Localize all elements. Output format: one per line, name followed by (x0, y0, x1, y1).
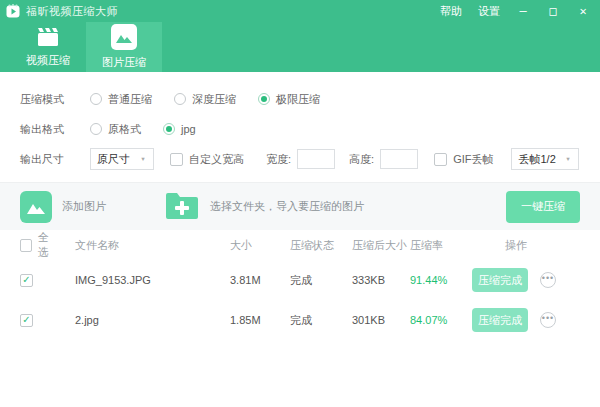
size-select-value: 原尺寸 (97, 152, 130, 167)
cell-status: 完成 (290, 273, 352, 288)
radio-normal-compress[interactable]: 普通压缩 (90, 92, 152, 107)
row-checkbox[interactable]: ✓ (20, 313, 75, 327)
cell-ratio: 91.44% (410, 274, 472, 286)
file-table: 全选 文件名称 大小 压缩状态 压缩后大小 压缩率 操作 ✓ IMG_9153.… (0, 230, 600, 340)
tab-bar: 视频压缩 图片压缩 (0, 22, 600, 72)
select-folder-label: 选择文件夹，导入要压缩的图片 (210, 199, 364, 214)
frame-drop-value: 丢帧1/2 (518, 152, 555, 167)
frame-drop-select[interactable]: 丢帧1/2 ▼ (511, 148, 578, 170)
titlebar: 福昕视频压缩大师 帮助 设置 — □ ✕ (0, 0, 600, 22)
radio-jpg-format[interactable]: jpg (163, 123, 196, 135)
image-icon (111, 24, 137, 50)
size-select[interactable]: 原尺寸 ▼ (90, 148, 154, 170)
add-images-label: 添加图片 (62, 199, 106, 214)
chevron-down-icon: ▼ (140, 156, 146, 162)
radio-extreme-label: 极限压缩 (276, 92, 320, 107)
close-button[interactable]: ✕ (576, 4, 590, 18)
output-format-row: 输出格式 原格式 jpg (20, 114, 600, 144)
custom-size-label: 自定义宽高 (189, 152, 244, 167)
col-size: 大小 (230, 238, 290, 253)
check-icon: ✓ (22, 275, 30, 285)
settings-link[interactable]: 设置 (478, 4, 500, 19)
settings-panel: 压缩模式 普通压缩 深度压缩 极限压缩 输出格式 原格式 (0, 72, 600, 182)
compress-all-button[interactable]: 一键压缩 (506, 191, 580, 223)
checkbox-icon (434, 153, 447, 166)
col-filename: 文件名称 (75, 238, 230, 253)
output-size-row: 输出尺寸 原尺寸 ▼ 自定义宽高 宽度: 高度: GIF丢帧 丢帧1/2 ▼ (20, 144, 600, 174)
checkbox-icon (20, 239, 32, 252)
custom-size-checkbox[interactable]: 自定义宽高 (170, 152, 244, 167)
cell-after-size: 333KB (352, 274, 410, 286)
col-ratio: 压缩率 (410, 238, 472, 253)
cell-status: 完成 (290, 313, 352, 328)
tab-video-label: 视频压缩 (26, 53, 70, 68)
output-size-label: 输出尺寸 (20, 152, 68, 167)
clapperboard-icon (35, 26, 61, 48)
folder-plus-icon (164, 191, 200, 223)
checkbox-checked-icon: ✓ (20, 314, 33, 327)
chevron-down-icon: ▼ (565, 156, 571, 162)
radio-jpg-label: jpg (181, 123, 196, 135)
window-title: 福昕视频压缩大师 (26, 4, 118, 19)
app-logo-icon (6, 4, 20, 18)
height-label: 高度: (349, 152, 374, 167)
width-label: 宽度: (266, 152, 291, 167)
more-options-icon[interactable]: ••• (540, 312, 556, 328)
select-folder-button[interactable]: 选择文件夹，导入要压缩的图片 (164, 191, 364, 223)
output-format-label: 输出格式 (20, 122, 68, 137)
cell-after-size: 301KB (352, 314, 410, 326)
gif-dropframe-label: GIF丢帧 (453, 152, 493, 167)
select-all-checkbox[interactable]: 全选 (20, 230, 57, 260)
radio-extreme-compress[interactable]: 极限压缩 (258, 92, 320, 107)
tab-video-compress[interactable]: 视频压缩 (10, 22, 86, 72)
cell-ratio: 84.07% (410, 314, 472, 326)
add-images-button[interactable]: 添加图片 (20, 191, 106, 223)
select-all-label: 全选 (38, 230, 57, 260)
table-header: 全选 文件名称 大小 压缩状态 压缩后大小 压缩率 操作 (0, 230, 600, 260)
width-input[interactable] (297, 149, 335, 169)
col-status: 压缩状态 (290, 238, 352, 253)
radio-icon (90, 93, 102, 105)
compress-mode-row: 压缩模式 普通压缩 深度压缩 极限压缩 (20, 84, 600, 114)
compress-done-button[interactable]: 压缩完成 (472, 308, 528, 332)
height-input[interactable] (380, 149, 418, 169)
checkbox-checked-icon: ✓ (20, 274, 33, 287)
radio-original-format[interactable]: 原格式 (90, 122, 141, 137)
add-image-icon (20, 191, 52, 223)
file-toolbar: 添加图片 选择文件夹，导入要压缩的图片 一键压缩 (0, 182, 600, 230)
tab-image-compress[interactable]: 图片压缩 (86, 22, 162, 72)
radio-original-label: 原格式 (108, 122, 141, 137)
radio-icon (258, 93, 270, 105)
cell-filename: 2.jpg (75, 314, 230, 326)
more-options-icon[interactable]: ••• (540, 272, 556, 288)
checkbox-icon (170, 153, 183, 166)
gif-dropframe-checkbox[interactable]: GIF丢帧 (434, 152, 493, 167)
table-row: ✓ 2.jpg 1.85M 完成 301KB 84.07% 压缩完成 ••• (0, 300, 600, 340)
check-icon: ✓ (22, 315, 30, 325)
row-checkbox[interactable]: ✓ (20, 273, 75, 287)
col-after-size: 压缩后大小 (352, 238, 410, 253)
help-link[interactable]: 帮助 (440, 4, 462, 19)
col-operation: 操作 (472, 238, 600, 253)
radio-deep-label: 深度压缩 (192, 92, 236, 107)
cell-size: 1.85M (230, 314, 290, 326)
tab-image-label: 图片压缩 (102, 55, 146, 70)
radio-icon (90, 123, 102, 135)
radio-normal-label: 普通压缩 (108, 92, 152, 107)
cell-filename: IMG_9153.JPG (75, 274, 230, 286)
cell-size: 3.81M (230, 274, 290, 286)
minimize-button[interactable]: — (516, 4, 530, 18)
radio-icon (163, 123, 175, 135)
radio-icon (174, 93, 186, 105)
compress-mode-label: 压缩模式 (20, 92, 68, 107)
compress-done-button[interactable]: 压缩完成 (472, 268, 528, 292)
maximize-button[interactable]: □ (546, 4, 560, 18)
table-row: ✓ IMG_9153.JPG 3.81M 完成 333KB 91.44% 压缩完… (0, 260, 600, 300)
radio-deep-compress[interactable]: 深度压缩 (174, 92, 236, 107)
